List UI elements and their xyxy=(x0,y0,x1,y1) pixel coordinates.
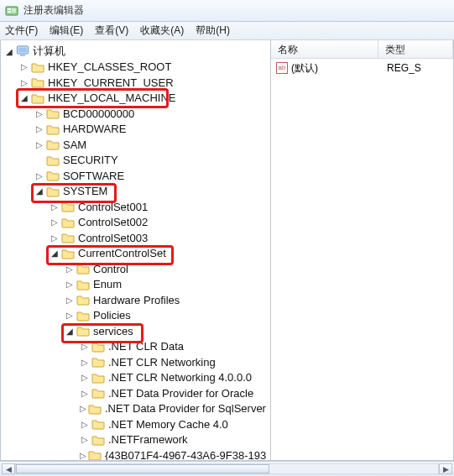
menu-file[interactable]: 文件(F) xyxy=(5,24,38,38)
menu-help[interactable]: 帮助(H) xyxy=(196,24,230,38)
expand-toggle-icon[interactable]: ▷ xyxy=(80,419,90,429)
node-label: SECURITY xyxy=(61,153,120,167)
scroll-thumb[interactable] xyxy=(16,464,269,473)
value-row[interactable]: ab (默认) REG_S xyxy=(271,60,453,76)
values-header: 名称 类型 xyxy=(271,40,453,59)
tree-node-netsql[interactable]: ▷.NET Data Provider for SqlServer xyxy=(80,401,270,417)
tree-node-security[interactable]: ▷SECURITY xyxy=(34,153,270,169)
tree-node-netclrnet4[interactable]: ▷.NET CLR Networking 4.0.0.0 xyxy=(80,370,270,386)
expand-toggle-icon[interactable]: ◢ xyxy=(4,46,14,56)
tree-pane[interactable]: ◢ 计算机 ▷ HKEY_CLASSES_ROOT ▷ xyxy=(1,40,271,460)
folder-icon xyxy=(76,279,90,290)
expand-toggle-icon[interactable]: ▷ xyxy=(34,170,44,180)
node-label: ControlSet002 xyxy=(76,215,149,229)
expand-toggle-icon[interactable]: ▷ xyxy=(65,264,75,274)
tree-node-netclrdata[interactable]: ▷.NET CLR Data xyxy=(80,339,270,355)
node-label: ControlSet003 xyxy=(76,231,149,245)
tree-node-netclrnet[interactable]: ▷.NET CLR Networking xyxy=(80,354,270,370)
node-label: {43B071F4-4967-43A6-9F38-193 xyxy=(103,448,268,460)
menu-favorites[interactable]: 收藏夹(A) xyxy=(140,24,184,38)
scroll-left-button[interactable]: ◀ xyxy=(2,463,15,474)
expand-toggle-icon[interactable]: ▷ xyxy=(80,357,90,367)
expand-toggle-icon[interactable]: ▷ xyxy=(80,388,90,398)
expand-toggle-icon[interactable]: ▷ xyxy=(19,62,29,72)
expand-toggle-icon[interactable]: ▷ xyxy=(34,139,44,149)
values-pane: 名称 类型 ab (默认) REG_S xyxy=(271,40,453,460)
tree-node-hklm[interactable]: ◢ HKEY_LOCAL_MACHINE xyxy=(19,91,270,107)
node-label: services xyxy=(91,324,135,338)
expand-toggle-icon[interactable]: ▷ xyxy=(19,77,29,87)
menu-edit[interactable]: 编辑(E) xyxy=(50,24,83,38)
expand-toggle-icon[interactable]: ◢ xyxy=(19,93,29,103)
tree-node-netmem[interactable]: ▷.NET Memory Cache 4.0 xyxy=(80,416,270,432)
tree-node-computer[interactable]: ◢ 计算机 xyxy=(4,44,270,60)
tree-node-sam[interactable]: ▷SAM xyxy=(34,137,270,153)
node-label: Policies xyxy=(91,308,133,322)
expand-toggle-icon[interactable]: ▷ xyxy=(65,280,75,290)
expand-toggle-icon[interactable]: ▷ xyxy=(80,404,86,414)
regedit-app-icon xyxy=(5,4,18,18)
tree-node-guid1[interactable]: ▷{43B071F4-4967-43A6-9F38-193 xyxy=(80,447,270,460)
menu-view[interactable]: 查看(V) xyxy=(95,24,128,38)
tree-node-hkcr[interactable]: ▷ HKEY_CLASSES_ROOT xyxy=(19,60,270,76)
folder-icon xyxy=(88,449,102,460)
tree-node-cs003[interactable]: ▷ControlSet003 xyxy=(50,230,270,246)
tree-node-hkcu[interactable]: ▷ HKEY_CURRENT_USER xyxy=(19,75,270,91)
string-value-icon: ab xyxy=(276,62,288,74)
folder-icon xyxy=(61,201,75,212)
scroll-track[interactable] xyxy=(15,463,439,474)
expand-toggle-icon[interactable]: ▷ xyxy=(80,450,86,460)
node-label: .NET Data Provider for SqlServer xyxy=(103,401,268,416)
expand-toggle-icon[interactable]: ▷ xyxy=(80,373,90,383)
tree-node-netoracle[interactable]: ▷.NET Data Provider for Oracle xyxy=(80,385,270,401)
expand-toggle-icon[interactable]: ▷ xyxy=(80,342,90,352)
expand-toggle-icon[interactable]: ▷ xyxy=(65,295,75,305)
folder-icon xyxy=(61,248,75,259)
folder-icon xyxy=(46,107,60,119)
node-label: .NETFramework xyxy=(107,432,190,447)
tree-node-hwprof[interactable]: ▷Hardware Profiles xyxy=(65,292,270,308)
folder-icon xyxy=(46,170,60,181)
value-name: (默认) xyxy=(291,61,384,76)
folder-icon xyxy=(76,310,90,322)
tree-node-netfw[interactable]: ▷.NETFramework xyxy=(80,432,270,448)
svg-rect-5 xyxy=(18,48,27,53)
tree-node-policies[interactable]: ▷Policies xyxy=(65,308,270,324)
scroll-right-button[interactable]: ▶ xyxy=(439,463,452,474)
node-label: Enum xyxy=(91,277,123,291)
expand-toggle-icon[interactable]: ▷ xyxy=(80,435,90,445)
folder-icon xyxy=(61,232,75,243)
tree-node-ccs[interactable]: ◢CurrentControlSet xyxy=(50,246,270,262)
computer-icon xyxy=(16,44,29,58)
tree-node-system[interactable]: ◢SYSTEM xyxy=(34,184,270,200)
column-name[interactable]: 名称 xyxy=(271,40,378,58)
expand-toggle-icon[interactable]: ◢ xyxy=(34,186,44,196)
horizontal-scrollbar[interactable]: ◀ ▶ xyxy=(0,461,454,476)
tree-node-bcd[interactable]: ▷BCD00000000 xyxy=(34,106,270,122)
folder-icon xyxy=(46,139,60,150)
expand-toggle-icon[interactable]: ◢ xyxy=(65,326,75,336)
expand-toggle-icon[interactable]: ▷ xyxy=(50,217,60,228)
tree-node-software[interactable]: ▷SOFTWARE xyxy=(34,168,270,184)
content-area: ◢ 计算机 ▷ HKEY_CLASSES_ROOT ▷ xyxy=(0,40,454,461)
tree-node-cs001[interactable]: ▷ControlSet001 xyxy=(50,199,270,215)
folder-icon xyxy=(46,186,60,197)
expand-toggle-icon[interactable]: ▷ xyxy=(65,311,75,321)
expand-toggle-icon[interactable]: ▷ xyxy=(50,233,60,243)
expand-toggle-icon[interactable]: ▷ xyxy=(50,201,60,212)
value-type: REG_S xyxy=(387,62,448,74)
node-label: HARDWARE xyxy=(61,122,128,136)
svg-rect-2 xyxy=(8,11,11,13)
column-type[interactable]: 类型 xyxy=(378,40,453,58)
tree-node-cs002[interactable]: ▷ControlSet002 xyxy=(50,215,270,231)
expand-toggle-icon[interactable]: ▷ xyxy=(34,124,44,134)
expand-toggle-icon[interactable]: ▷ xyxy=(34,108,44,118)
tree-node-enum[interactable]: ▷Enum xyxy=(65,277,270,293)
node-label: SAM xyxy=(61,138,88,152)
tree-node-services[interactable]: ◢services xyxy=(65,323,270,339)
tree-node-control[interactable]: ▷Control xyxy=(65,261,270,277)
tree-node-hardware[interactable]: ▷HARDWARE xyxy=(34,122,270,138)
node-label: 计算机 xyxy=(31,43,67,60)
node-label: ControlSet001 xyxy=(76,200,149,214)
expand-toggle-icon[interactable]: ◢ xyxy=(50,248,60,259)
